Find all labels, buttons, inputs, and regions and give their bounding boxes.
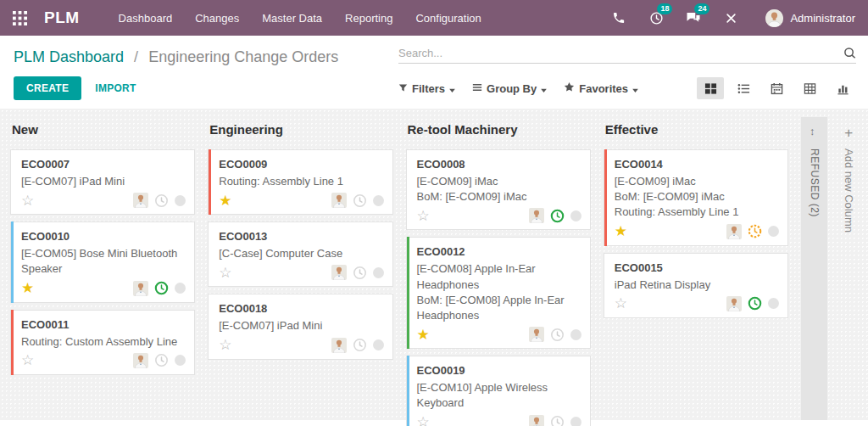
kanban-card[interactable]: ECO0011Routing: Custom Assembly Line☆ — [10, 310, 195, 375]
collapsed-column-label: REFUSED (2) — [809, 149, 821, 217]
card-line: [C-Case] Computer Case — [219, 246, 383, 261]
star-outline-icon[interactable]: ☆ — [219, 338, 231, 352]
activity-clock-icon[interactable] — [748, 224, 762, 238]
kanban-card[interactable]: ECO0012[E-COM08] Apple In-Ear Headphones… — [406, 237, 591, 349]
phone-icon[interactable] — [611, 10, 626, 25]
activity-clock-icon[interactable] — [550, 328, 565, 342]
dropdown-label: Favorites — [579, 82, 628, 95]
nav-menu-item-dashboard[interactable]: Dashboard — [119, 12, 173, 25]
activity-clock-icon[interactable] — [353, 338, 367, 352]
kanban-state-dot[interactable] — [373, 195, 384, 206]
kanban-column-engineering: EngineeringECO0009Routing: Assembly Line… — [208, 117, 392, 420]
star-outline-icon[interactable]: ☆ — [615, 296, 627, 311]
star-outline-icon[interactable]: ☆ — [21, 353, 34, 367]
favorites-dropdown[interactable]: Favorites — [564, 81, 638, 95]
star-filled-icon[interactable]: ★ — [417, 328, 430, 342]
kanban-card[interactable]: ECO0018[E-COM07] iPad Mini☆ — [208, 294, 392, 359]
create-button[interactable]: CREATE — [14, 76, 81, 100]
search-input[interactable] — [398, 47, 843, 59]
card-footer: ☆ — [615, 296, 779, 311]
import-button[interactable]: IMPORT — [95, 82, 136, 94]
messages-badge: 24 — [694, 3, 709, 14]
kanban-state-dot[interactable] — [175, 355, 186, 366]
user-menu[interactable]: Administrator — [765, 9, 855, 27]
star-filled-icon[interactable]: ★ — [219, 193, 231, 208]
activities-badge: 18 — [657, 3, 672, 14]
view-switch-pivot-icon[interactable] — [796, 77, 823, 99]
card-color-bar — [407, 356, 409, 426]
view-switch-calendar-icon[interactable] — [763, 77, 790, 99]
kanban-state-dot[interactable] — [768, 226, 779, 237]
activity-clock-icon[interactable] — [353, 193, 367, 208]
search-icon[interactable] — [843, 47, 856, 59]
kanban-state-dot[interactable] — [373, 267, 384, 278]
card-footer: ★ — [417, 327, 581, 342]
kanban-state-dot[interactable] — [373, 339, 384, 350]
activity-clock-icon[interactable] — [550, 415, 565, 426]
group-by-dropdown[interactable]: Group By — [472, 81, 547, 95]
filter-icon — [398, 82, 408, 95]
breadcrumb-parent-link[interactable]: PLM Dashboard — [14, 48, 124, 65]
view-switch-kanban-icon[interactable] — [697, 77, 724, 99]
expand-column-icon: ↔ — [808, 126, 821, 137]
kanban-card[interactable]: ECO0008[E-COM09] iMacBoM: [E-COM09] iMac… — [406, 149, 591, 230]
activity-clock-icon[interactable] — [154, 353, 169, 367]
activities-clock-icon[interactable]: 18 — [648, 10, 664, 25]
user-avatar — [765, 9, 783, 27]
activity-clock-icon[interactable] — [748, 296, 762, 311]
kanban-state-dot[interactable] — [570, 329, 581, 340]
card-footer: ☆ — [21, 353, 186, 368]
star-outline-icon[interactable]: ☆ — [417, 209, 430, 223]
card-footer: ☆ — [219, 338, 383, 353]
card-line: Routing: Assembly Line 1 — [615, 205, 779, 220]
tools-icon[interactable] — [723, 10, 738, 25]
nav-menu-item-changes[interactable]: Changes — [195, 12, 239, 25]
kanban-state-dot[interactable] — [175, 283, 186, 294]
user-name: Administrator — [790, 12, 855, 25]
star-outline-icon[interactable]: ☆ — [219, 266, 231, 280]
kanban-card[interactable]: ECO0013[C-Case] Computer Case☆ — [208, 221, 392, 287]
kanban-card[interactable]: ECO0009Routing: Assembly Line 1★ — [208, 149, 392, 215]
view-switch-graph-icon[interactable] — [829, 77, 856, 99]
breadcrumb-separator: / — [134, 48, 138, 65]
view-switch-list-icon[interactable] — [730, 77, 757, 99]
card-line: BoM: [E-COM09] iMac — [615, 189, 779, 205]
apps-grid-icon[interactable] — [13, 9, 30, 26]
star-filled-icon[interactable]: ★ — [615, 224, 627, 238]
search-filter-menus: FiltersGroup ByFavorites — [398, 81, 638, 95]
add-column-label: Add new Column — [843, 149, 855, 233]
star-filled-icon[interactable]: ★ — [21, 281, 34, 295]
activity-clock-icon[interactable] — [550, 209, 565, 223]
activity-clock-icon[interactable] — [154, 281, 169, 295]
card-line: Routing: Custom Assembly Line — [21, 334, 186, 350]
assignee-avatar — [331, 265, 347, 280]
star-outline-icon[interactable]: ☆ — [417, 415, 430, 426]
kanban-card[interactable]: ECO0014[E-COM09] iMacBoM: [E-COM09] iMac… — [604, 149, 788, 246]
app-title[interactable]: PLM — [44, 8, 80, 27]
add-new-column-button[interactable]: +Add new Column — [837, 117, 860, 420]
kanban-column-re-tool-machinery: Re-tool MachineryECO0008[E-COM09] iMacBo… — [406, 117, 591, 420]
assignee-avatar — [529, 415, 544, 426]
activity-clock-icon[interactable] — [353, 266, 367, 280]
card-id: ECO0008 — [417, 158, 581, 171]
nav-menu-item-configuration[interactable]: Configuration — [415, 12, 481, 25]
kanban-state-dot[interactable] — [570, 417, 581, 426]
card-line: BoM: [E-COM09] iMac — [417, 189, 581, 205]
collapsed-column-refused[interactable]: ↔REFUSED (2) — [801, 117, 827, 420]
kanban-card[interactable]: ECO0010[E-COM05] Bose Mini Bluetooth Spe… — [10, 221, 195, 302]
messages-chat-icon[interactable]: 24 — [686, 10, 701, 25]
kanban-state-dot[interactable] — [768, 298, 779, 309]
kanban-card[interactable]: ECO0015iPad Retina Display☆ — [604, 253, 788, 318]
kanban-state-dot[interactable] — [175, 195, 186, 206]
card-line: [E-COM09] iMac — [615, 174, 779, 189]
nav-menu-item-reporting[interactable]: Reporting — [345, 12, 392, 25]
kanban-card[interactable]: ECO0019[E-COM10] Apple Wireless Keyboard… — [406, 356, 591, 426]
kanban-state-dot[interactable] — [570, 210, 581, 221]
assignee-avatar — [133, 281, 148, 296]
filters-dropdown[interactable]: Filters — [398, 81, 455, 95]
kanban-card[interactable]: ECO0007[E-COM07] iPad Mini☆ — [10, 149, 195, 215]
nav-menu-item-master-data[interactable]: Master Data — [262, 12, 322, 25]
star-outline-icon[interactable]: ☆ — [21, 193, 34, 208]
activity-clock-icon[interactable] — [154, 193, 169, 208]
card-footer: ★ — [21, 281, 186, 296]
